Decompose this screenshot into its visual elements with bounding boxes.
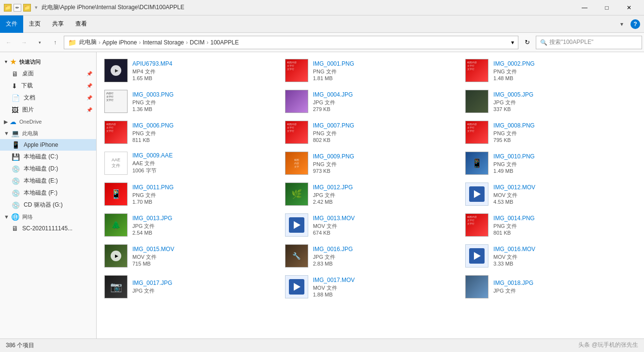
file-item[interactable]: IMG_0018.JPG JPG 文件 — [461, 272, 640, 301]
file-item[interactable]: 截图内容文字行文字行 IMG_0007.PNG PNG 文件 802 KB — [281, 118, 460, 147]
sidebar-item-pictures[interactable]: 🖼 图片 📌 — [0, 104, 96, 116]
network-icon: 🌐 — [11, 213, 19, 221]
path-dcim[interactable]: DCIM — [190, 39, 205, 46]
file-name[interactable]: IMG_0003.PNG — [132, 91, 275, 98]
menu-share[interactable]: 共享 — [46, 15, 70, 33]
path-100apple[interactable]: 100APPLE — [210, 39, 239, 46]
sidebar-item-drive-e[interactable]: 💿 本地磁盘 (E:) — [0, 175, 96, 187]
file-item[interactable]: 截图内容文字行文字行 IMG_0008.PNG PNG 文件 795 KB — [461, 118, 640, 147]
file-name[interactable]: IMG_0018.JPG — [493, 280, 636, 286]
help-button[interactable]: ? — [630, 19, 640, 29]
file-name[interactable]: IMG_0004.JPG — [313, 91, 456, 98]
sidebar-item-downloads[interactable]: ⬇ 下载 📌 — [0, 80, 96, 92]
file-name[interactable]: APIU6793.MP4 — [132, 60, 275, 67]
sidebar-item-drive-c[interactable]: 💾 本地磁盘 (C:) — [0, 151, 96, 163]
file-item[interactable]: IMG_0012.MOV MOV 文件 4.53 MB — [461, 180, 640, 209]
sidebar-item-drive-d[interactable]: 💿 本地磁盘 (D:) — [0, 163, 96, 175]
file-type: PNG 文件 — [493, 68, 636, 75]
quick-access-arrow: ▼ — [4, 59, 8, 64]
forward-button[interactable]: → — [17, 36, 31, 49]
file-name[interactable]: IMG_0015.MOV — [132, 246, 275, 253]
file-name[interactable]: IMG_0016.JPG — [313, 246, 456, 253]
desktop-icon: 🖥 — [12, 70, 18, 78]
file-name[interactable]: IMG_0012.MOV — [493, 184, 636, 191]
file-name[interactable]: IMG_0016.MOV — [493, 246, 636, 253]
sidebar-item-apple-iphone[interactable]: 📱 Apple iPhone — [0, 139, 96, 151]
path-internalstorage[interactable]: Internal Storage — [143, 39, 184, 46]
search-icon: 🔍 — [540, 39, 547, 46]
close-button[interactable]: ✕ — [618, 0, 640, 15]
file-name[interactable]: IMG_0001.PNG — [313, 60, 456, 67]
file-item[interactable]: 🔧 IMG_0016.JPG JPG 文件 2.83 MB — [281, 241, 460, 270]
up-button[interactable]: ↑ — [48, 36, 62, 49]
file-type: JPG 文件 — [313, 192, 456, 199]
file-item[interactable]: IMG_0013.MOV MOV 文件 674 KB — [281, 211, 460, 239]
address-path[interactable]: 📁 此电脑 › Apple iPhone › Internal Storage … — [64, 36, 518, 49]
back-button[interactable]: ← — [2, 36, 15, 49]
network-pc-icon: 🖥 — [12, 225, 18, 232]
file-item[interactable]: 🌲 IMG_0013.JPG JPG 文件 2.54 MB — [100, 211, 279, 239]
file-name[interactable]: IMG_0008.PNG — [493, 122, 636, 129]
expand-ribbon-button[interactable]: ▾ — [615, 17, 629, 31]
file-item[interactable]: 📱 IMG_0010.PNG PNG 文件 1.49 MB — [461, 149, 640, 178]
menu-view[interactable]: 查看 — [70, 15, 93, 33]
file-name[interactable]: IMG_0017.JPG — [132, 280, 275, 286]
thispc-label: 此电脑 — [22, 130, 38, 137]
menu-home[interactable]: 主页 — [23, 15, 46, 33]
file-info: IMG_0012.JPG JPG 文件 2.42 MB — [313, 184, 456, 205]
file-item[interactable]: 🌿 IMG_0012.JPG JPG 文件 2.42 MB — [281, 180, 460, 209]
sidebar-item-network-pc[interactable]: 🖥 SC-20201111145... — [0, 223, 96, 234]
file-item[interactable]: ▶ APIU6793.MP4 MP4 文件 1.65 MB — [100, 56, 279, 85]
sidebar-item-iphone-label: Apple iPhone — [24, 141, 58, 148]
file-item[interactable]: IMG_0004.JPG JPG 文件 279 KB — [281, 87, 460, 116]
sidebar-item-downloads-label: 下载 — [21, 82, 33, 90]
file-item[interactable]: 📷 IMG_0017.JPG JPG 文件 — [100, 272, 279, 301]
file-name[interactable]: IMG_0012.JPG — [313, 184, 456, 191]
file-thumbnail: 📱 — [104, 183, 128, 206]
file-name[interactable]: IMG_0005.JPG — [493, 91, 636, 98]
file-name[interactable]: IMG_0017.MOV — [313, 277, 456, 283]
thispc-header[interactable]: ▼ 💻 此电脑 — [0, 127, 96, 139]
file-name[interactable]: IMG_0010.PNG — [493, 153, 636, 160]
file-item[interactable]: 截图内容文字行文字行 IMG_0014.PNG PNG 文件 801 KB — [461, 211, 640, 239]
recent-locations-button[interactable]: ▾ — [33, 36, 46, 49]
sidebar-item-documents[interactable]: 📄 文档 📌 — [0, 92, 96, 104]
file-name[interactable]: IMG_0014.PNG — [493, 215, 636, 222]
file-info: IMG_0014.PNG PNG 文件 801 KB — [493, 215, 636, 236]
quick-access-header[interactable]: ▼ ★ 快速访问 — [0, 56, 96, 68]
onedrive-header[interactable]: ▶ ☁ OneDrive — [0, 116, 96, 127]
menu-file[interactable]: 文件 — [0, 15, 23, 33]
refresh-button[interactable]: ↻ — [520, 36, 534, 49]
path-iphone[interactable]: Apple iPhone — [102, 39, 137, 46]
file-item[interactable]: 截图内容文字行文字行 IMG_0002.PNG PNG 文件 1.48 MB — [461, 56, 640, 85]
search-box[interactable]: 🔍 搜索"100APPLE" — [536, 36, 642, 49]
file-item[interactable]: 截图内容文字行文字行 IMG_0001.PNG PNG 文件 1.81 MB — [281, 56, 460, 85]
file-item[interactable]: 内容行文字行文字行 IMG_0003.PNG PNG 文件 1.36 MB — [100, 87, 279, 116]
sidebar-item-drive-f[interactable]: 💿 本地磁盘 (F:) — [0, 187, 96, 199]
file-item[interactable]: 📱 IMG_0011.PNG PNG 文件 1.70 MB — [100, 180, 279, 209]
file-item[interactable]: ▶ IMG_0015.MOV MOV 文件 715 MB — [100, 241, 279, 270]
file-item[interactable]: 截图内容文字 IMG_0009.PNG PNG 文件 973 KB — [281, 149, 460, 178]
maximize-button[interactable]: □ — [596, 0, 618, 15]
network-header[interactable]: ▼ 🌐 网络 — [0, 211, 96, 223]
sidebar-item-drive-g[interactable]: 💿 CD 驱动器 (G:) — [0, 199, 96, 211]
file-name[interactable]: IMG_0013.MOV — [313, 215, 456, 222]
path-thispc[interactable]: 此电脑 — [79, 38, 97, 46]
drive-c-icon: 💾 — [12, 153, 20, 161]
file-item[interactable]: AAE文件 IMG_0009.AAE AAE 文件 1006 字节 — [100, 149, 279, 178]
file-name[interactable]: IMG_0002.PNG — [493, 60, 636, 67]
file-item[interactable]: 截图内容文字行文字行 IMG_0006.PNG PNG 文件 811 KB — [100, 118, 279, 147]
minimize-button[interactable]: — — [573, 0, 596, 15]
file-type: MOV 文件 — [313, 223, 456, 230]
file-name[interactable]: IMG_0009.AAE — [132, 152, 275, 159]
file-name[interactable]: IMG_0011.PNG — [132, 184, 275, 191]
file-type: MOV 文件 — [493, 253, 636, 261]
file-item[interactable]: IMG_0017.MOV MOV 文件 1.88 MB — [281, 272, 460, 301]
file-name[interactable]: IMG_0006.PNG — [132, 122, 275, 129]
file-name[interactable]: IMG_0007.PNG — [313, 122, 456, 129]
file-item[interactable]: IMG_0005.JPG JPG 文件 337 KB — [461, 87, 640, 116]
sidebar-item-desktop[interactable]: 🖥 桌面 📌 — [0, 68, 96, 80]
file-item[interactable]: IMG_0016.MOV MOV 文件 3.33 MB — [461, 241, 640, 270]
file-name[interactable]: IMG_0009.PNG — [313, 153, 456, 160]
file-name[interactable]: IMG_0013.JPG — [132, 215, 275, 222]
